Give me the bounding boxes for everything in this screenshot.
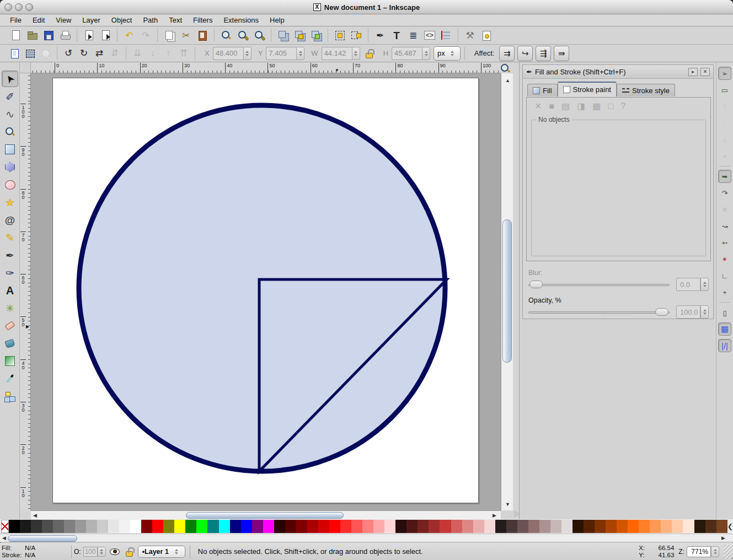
scroll-left-icon[interactable]: ◀ — [33, 513, 37, 518]
color-swatch[interactable] — [318, 520, 329, 533]
color-swatch[interactable] — [440, 520, 451, 533]
zoom-selection-button[interactable] — [218, 28, 234, 43]
x-spinner[interactable] — [243, 47, 252, 60]
color-swatch[interactable] — [506, 520, 517, 533]
tool-dropper[interactable] — [2, 370, 18, 387]
snap-nodes-toggle[interactable]: ➥ — [718, 170, 731, 183]
copy-button[interactable] — [162, 28, 177, 43]
tool-text[interactable]: A — [2, 282, 18, 299]
menu-item[interactable]: File — [4, 14, 27, 26]
menu-item[interactable]: View — [50, 14, 77, 26]
horizontal-scrollbar[interactable]: ◀ ▶ — [31, 510, 501, 519]
layer-selector[interactable]: •Layer 1 — [138, 546, 185, 558]
select-all-layers-button[interactable] — [23, 46, 38, 61]
color-swatch[interactable] — [86, 520, 97, 533]
color-swatch[interactable] — [650, 520, 661, 533]
fill-stroke-indicator[interactable]: Fill:N/A Stroke:N/A — [0, 545, 69, 559]
import-button[interactable] — [81, 28, 97, 43]
layers-dialog-button[interactable]: ≣ — [405, 28, 421, 43]
linear-gradient-button[interactable]: ▤ — [561, 102, 570, 111]
raise-to-top-button[interactable]: ⇈ — [176, 46, 191, 61]
blur-value[interactable]: 0.0 — [676, 278, 700, 291]
tab-stroke-style[interactable]: Stroke style — [617, 84, 675, 96]
color-swatch[interactable] — [53, 520, 64, 533]
create-clone-button[interactable] — [292, 28, 307, 43]
undo-button[interactable]: ↶ — [121, 28, 137, 43]
unlink-clone-button[interactable] — [308, 28, 324, 43]
color-swatch[interactable] — [406, 520, 418, 533]
swatch-button[interactable]: □ — [608, 102, 613, 111]
canvas-viewport[interactable] — [31, 73, 501, 510]
palette-scroll-thumb[interactable] — [8, 535, 77, 542]
dialog-close-button[interactable]: ✕ — [700, 68, 710, 76]
rotate-ccw-button[interactable]: ↺ — [61, 46, 76, 61]
color-swatch[interactable] — [595, 520, 606, 533]
color-swatch[interactable] — [683, 520, 694, 533]
object-opacity-spinner[interactable] — [98, 547, 106, 557]
color-swatch[interactable] — [340, 520, 351, 533]
color-swatch[interactable] — [584, 520, 595, 533]
no-color-swatch[interactable] — [1, 520, 9, 533]
color-swatch[interactable] — [97, 520, 108, 533]
h-spinner[interactable] — [422, 47, 430, 60]
snap-bbox-centers-toggle[interactable]: ∘ — [718, 149, 731, 163]
tool-gradient[interactable] — [2, 353, 18, 369]
dock-float-button[interactable]: ▸ — [688, 68, 698, 76]
document-properties-button[interactable] — [479, 28, 494, 43]
select-all-button[interactable] — [8, 46, 22, 61]
color-swatch[interactable] — [429, 520, 440, 533]
scroll-right-icon[interactable]: ▶ — [493, 513, 496, 518]
menu-item[interactable]: Edit — [27, 14, 50, 26]
color-swatch[interactable] — [362, 520, 373, 533]
palette-scroll-right-arrow-icon[interactable]: ▶ — [721, 535, 725, 541]
tool-calligraphy[interactable]: ✑ — [2, 265, 18, 281]
tool-paint-bucket[interactable] — [2, 335, 18, 352]
layer-lock-icon[interactable] — [125, 547, 133, 557]
scroll-up-icon[interactable]: ▲ — [505, 78, 510, 83]
tool-connector[interactable] — [2, 388, 18, 405]
color-swatch[interactable] — [550, 520, 561, 533]
menu-item[interactable]: Help — [264, 14, 290, 26]
new-document-button[interactable] — [8, 28, 23, 43]
color-swatch[interactable] — [174, 520, 185, 533]
color-swatch[interactable] — [528, 520, 539, 533]
flip-horizontal-button[interactable]: ⇄ — [92, 46, 106, 61]
scroll-down-icon[interactable]: ▼ — [505, 502, 510, 507]
color-swatch[interactable] — [661, 520, 672, 533]
snap-guides-toggle[interactable]: |/| — [718, 339, 731, 352]
color-swatch[interactable] — [484, 520, 495, 533]
color-swatch[interactable] — [694, 520, 705, 533]
units-dropdown[interactable]: px — [434, 46, 461, 61]
color-swatch[interactable] — [329, 520, 340, 533]
color-swatch[interactable] — [705, 520, 716, 533]
color-swatch[interactable] — [418, 520, 429, 533]
menu-item[interactable]: Path — [137, 14, 163, 26]
color-swatch[interactable] — [263, 520, 274, 533]
color-swatch[interactable] — [163, 520, 174, 533]
tool-tweak[interactable]: ∿ — [2, 106, 18, 122]
zoom-value[interactable]: 771% — [687, 546, 711, 557]
color-swatch[interactable] — [517, 520, 528, 533]
palette-scroll-left-icon[interactable]: ❮ — [727, 520, 733, 533]
color-swatch[interactable] — [9, 520, 20, 533]
affect-patterns-toggle[interactable]: ⇛ — [554, 46, 569, 61]
color-swatch[interactable] — [384, 520, 395, 533]
group-button[interactable] — [332, 28, 347, 43]
color-swatch[interactable] — [130, 520, 141, 533]
duplicate-button[interactable] — [275, 28, 291, 43]
color-swatch[interactable] — [20, 520, 31, 533]
color-swatch[interactable] — [307, 520, 318, 533]
snap-smooth-nodes-toggle[interactable]: ➳ — [718, 236, 731, 249]
color-swatch[interactable] — [274, 520, 285, 533]
affect-gradients-toggle[interactable]: ⇶ — [536, 46, 551, 61]
dialog-resize-grip[interactable]: ··········· — [523, 312, 713, 317]
color-swatch[interactable] — [119, 520, 130, 533]
color-swatch[interactable] — [351, 520, 362, 533]
h-input[interactable] — [392, 47, 422, 60]
vertical-ruler[interactable]: 100908070605040302010 ▶ — [20, 73, 31, 510]
export-button[interactable] — [98, 28, 113, 43]
color-swatch[interactable] — [152, 520, 163, 533]
snap-others-toggle[interactable]: ✴ — [718, 252, 731, 266]
tool-eraser[interactable] — [2, 317, 18, 334]
no-paint-button[interactable]: ✕ — [534, 102, 542, 111]
